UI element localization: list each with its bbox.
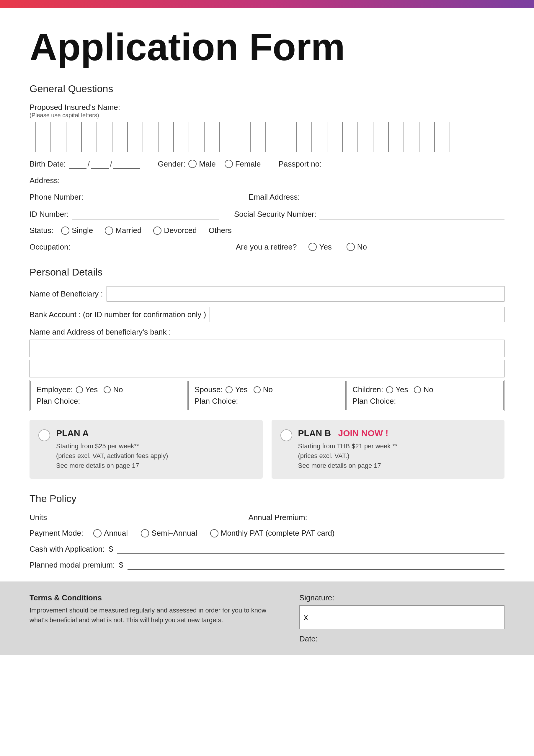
status-married-radio[interactable]: Married (105, 226, 141, 235)
char-box[interactable] (66, 137, 81, 152)
char-box[interactable] (312, 137, 327, 152)
single-radio-circle[interactable] (61, 227, 69, 235)
semi-annual-radio-circle[interactable] (141, 529, 149, 537)
char-box[interactable] (388, 137, 404, 152)
employee-no-radio-circle[interactable] (104, 386, 111, 393)
char-box[interactable] (312, 122, 327, 137)
char-box[interactable] (388, 122, 404, 137)
char-box[interactable] (97, 137, 112, 152)
bank-account-input[interactable] (210, 307, 504, 322)
female-radio-circle[interactable] (225, 160, 233, 168)
char-box[interactable] (189, 137, 204, 152)
char-box[interactable] (158, 122, 174, 137)
char-box[interactable] (158, 137, 174, 152)
children-yes-radio[interactable]: Yes (386, 385, 408, 394)
char-box[interactable] (250, 122, 266, 137)
char-box[interactable] (235, 122, 250, 137)
semi-annual-radio[interactable]: Semi–Annual (141, 528, 197, 538)
char-box[interactable] (235, 137, 250, 152)
char-box[interactable] (204, 122, 220, 137)
char-box[interactable] (81, 137, 97, 152)
char-box[interactable] (36, 137, 51, 152)
char-box[interactable] (342, 122, 358, 137)
birth-date-year[interactable] (113, 159, 140, 169)
char-box[interactable] (97, 122, 112, 137)
birth-date-month[interactable] (91, 159, 109, 169)
spouse-yes-radio-circle[interactable] (226, 386, 233, 393)
annual-radio[interactable]: Annual (93, 528, 128, 538)
char-box[interactable] (189, 122, 204, 137)
employee-yes-radio-circle[interactable] (76, 386, 83, 393)
birth-date-day[interactable] (69, 159, 87, 169)
monthly-pat-radio-circle[interactable] (210, 529, 219, 537)
spouse-no-radio[interactable]: No (254, 385, 273, 394)
divorced-radio-circle[interactable] (153, 227, 161, 235)
char-box[interactable] (404, 137, 419, 152)
char-box[interactable] (51, 122, 66, 137)
char-box[interactable] (327, 122, 342, 137)
bank-address-box-1[interactable] (30, 339, 504, 357)
char-box[interactable] (204, 137, 220, 152)
date-line[interactable] (321, 635, 504, 643)
char-box[interactable] (266, 122, 281, 137)
married-radio-circle[interactable] (105, 227, 113, 235)
char-box[interactable] (281, 137, 296, 152)
retiree-yes-radio-circle[interactable] (308, 243, 317, 251)
status-divorced-radio[interactable]: Devorced (153, 226, 197, 235)
children-yes-radio-circle[interactable] (386, 386, 393, 393)
retiree-no-radio-circle[interactable] (347, 243, 355, 251)
spouse-yes-radio[interactable]: Yes (226, 385, 247, 394)
signature-box[interactable]: x (299, 606, 504, 629)
gender-male-radio[interactable]: Male (188, 159, 216, 169)
char-box[interactable] (266, 137, 281, 152)
planned-modal-input[interactable] (127, 560, 504, 570)
passport-input[interactable] (324, 159, 472, 169)
retiree-no-radio[interactable]: No (347, 242, 367, 252)
char-box[interactable] (250, 137, 266, 152)
gender-female-radio[interactable]: Female (225, 159, 261, 169)
char-box[interactable] (51, 137, 66, 152)
address-input[interactable] (63, 176, 504, 185)
char-box[interactable] (404, 122, 419, 137)
plan-b-box[interactable]: PLAN B JOIN NOW ! Starting from THB $21 … (272, 420, 505, 479)
char-box[interactable] (296, 122, 312, 137)
char-box[interactable] (327, 137, 342, 152)
cash-input[interactable] (117, 544, 504, 554)
char-box[interactable] (66, 122, 81, 137)
char-box[interactable] (435, 137, 450, 152)
char-box[interactable] (112, 137, 127, 152)
char-box[interactable] (281, 122, 296, 137)
id-input[interactable] (72, 209, 219, 219)
char-box[interactable] (36, 122, 51, 137)
char-box[interactable] (373, 137, 388, 152)
email-input[interactable] (303, 192, 504, 202)
char-box[interactable] (127, 122, 143, 137)
char-box[interactable] (419, 137, 435, 152)
spouse-no-radio-circle[interactable] (254, 386, 261, 393)
monthly-pat-radio[interactable]: Monthly PAT (complete PAT card) (210, 528, 335, 538)
plan-a-box[interactable]: PLAN A Starting from $25 per week** (pri… (30, 420, 263, 479)
char-box[interactable] (112, 122, 127, 137)
char-box[interactable] (81, 122, 97, 137)
char-box[interactable] (143, 122, 158, 137)
char-box[interactable] (419, 122, 435, 137)
occupation-input[interactable] (73, 242, 221, 252)
phone-input[interactable] (86, 192, 234, 202)
char-box[interactable] (358, 122, 373, 137)
male-radio-circle[interactable] (188, 160, 197, 168)
char-box[interactable] (296, 137, 312, 152)
annual-premium-input[interactable] (311, 513, 504, 522)
status-single-radio[interactable]: Single (61, 226, 93, 235)
bank-address-box-2[interactable] (30, 360, 504, 377)
employee-no-radio[interactable]: No (104, 385, 123, 394)
children-no-radio[interactable]: No (414, 385, 433, 394)
char-box[interactable] (435, 122, 450, 137)
char-box[interactable] (342, 137, 358, 152)
beneficiary-name-input[interactable] (107, 286, 504, 302)
char-box[interactable] (174, 137, 189, 152)
children-no-radio-circle[interactable] (414, 386, 421, 393)
employee-yes-radio[interactable]: Yes (76, 385, 98, 394)
units-input[interactable] (51, 513, 244, 522)
char-box[interactable] (220, 122, 235, 137)
plan-b-radio-circle[interactable] (280, 429, 292, 441)
